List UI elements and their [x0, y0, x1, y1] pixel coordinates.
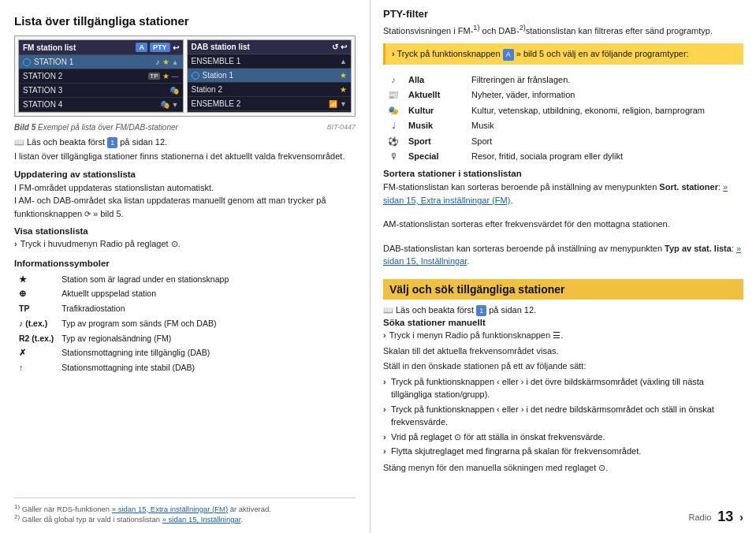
sym-unstable: ↑: [16, 361, 57, 375]
arrow-bullet-search: ›: [383, 330, 386, 341]
dab-ensemble-arrow-down: ▼: [340, 100, 347, 108]
stations-intro: Ställ in den önskade stationen på ett av…: [383, 360, 743, 373]
update-func-icon: ⟳: [84, 210, 93, 218]
sym-tp: TP: [16, 302, 57, 315]
pt-row-kultur: 🎭 Kultur Kultur, vetenskap, utbildning, …: [383, 103, 743, 118]
pt-icon-alla: ♪: [383, 73, 404, 88]
sortera-text-2: AM-stationslistan sorteras efter frekven…: [383, 218, 743, 231]
fm-panel-header: FM station list A PTY ↩: [19, 40, 183, 55]
pt-desc-aktuellt: Nyheter, väder, information: [467, 88, 743, 102]
fm-station-row-4[interactable]: STATION 4 🎭 ▼: [19, 98, 183, 112]
fm-panel: FM station list A PTY ↩ STATION 1 ♪ ★ ▲: [18, 39, 184, 113]
caption: Bild 5 Exempel på lista över FM/DAB-stat…: [14, 123, 356, 132]
dab-star-2: ★: [340, 85, 347, 94]
pt-desc-musik: Musik: [467, 118, 743, 133]
dab-panel-header: DAB station list ↺ ↩: [188, 40, 352, 54]
book-icon: 📖: [14, 137, 24, 148]
fm-panel-title: FM station list: [23, 43, 76, 52]
sortera-text-3: DAB-stationslistan kan sorteras beroende…: [383, 242, 743, 268]
dab-header-icons: ↺ ↩: [332, 43, 347, 51]
sym-row-unstable: ↑ Stationsmottagning inte stabil (DAB): [16, 361, 354, 375]
right-arrow-icon: ›: [739, 511, 743, 524]
pt-icon-aktuellt: 📰: [383, 88, 404, 102]
programtype-table: ♪ Alla Filtreringen är frånslagen. 📰 Akt…: [383, 73, 743, 164]
symbol-table: ★ Station som är lagrad under en station…: [14, 271, 356, 376]
page-number-row: Radio 13 ›: [383, 504, 743, 525]
search-section: Söka stationer manuellt › Tryck i menyn …: [383, 318, 743, 474]
info-title: Informationssymboler: [14, 259, 356, 268]
fm-btn-pty[interactable]: PTY: [150, 43, 170, 52]
search-bullet: › Tryck i menyn Radio på funktionsknappe…: [383, 330, 743, 341]
pt-desc-alla: Filtreringen är frånslagen.: [467, 73, 743, 88]
fm-tp-badge-2: TP: [148, 73, 159, 80]
caption-text: Exempel på lista över FM/DAB-stationer: [35, 123, 178, 132]
footnote-2: 2) Gäller då global typ är vald i statio…: [14, 513, 356, 524]
fm-theater-icon-3: 🎭: [169, 86, 179, 95]
dab-ensemble-name-2: ENSEMBLE 2: [192, 99, 241, 108]
sym-cross: ✗: [16, 346, 57, 360]
dab-signal-icon: 📶: [329, 100, 337, 108]
fm-station-row-1[interactable]: STATION 1 ♪ ★ ▲: [19, 55, 183, 69]
pt-label-special: Special: [404, 149, 467, 164]
sortera-title: Sortera stationer i stationslistan: [383, 169, 743, 178]
highlight-arrow: ›: [392, 49, 395, 58]
sym-row-star: ★ Station som är lagrad under en station…: [16, 273, 354, 286]
footnote-1: 1) Gäller när RDS-funktionen » sidan 15,…: [14, 503, 356, 513]
pty-section: PTY-filter Stationsvisningen i FM-1) och…: [383, 8, 743, 37]
pt-row-musik: ♩ Musik Musik: [383, 118, 743, 133]
sym-star-desc: Station som är lagrad under en stationsk…: [58, 273, 354, 286]
search-bullet-4: Flytta skjutreglaget med fingrarna på sk…: [383, 445, 743, 458]
sym-cross-desc: Stationsmottagning inte tillgänglig (DAB…: [58, 346, 354, 360]
fm-btn-a[interactable]: A: [136, 43, 147, 52]
dab-station-name-1: Station 1: [203, 71, 233, 80]
fm-arrow-down-4: ▼: [172, 101, 179, 109]
station-ui-box: FM station list A PTY ↩ STATION 1 ♪ ★ ▲: [14, 35, 356, 117]
sym-unstable-desc: Stationsmottagning inte stabil (DAB): [58, 361, 354, 375]
sym-row-cross: ✗ Stationsmottagning inte tillgänglig (D…: [16, 346, 354, 360]
show-bullet: › Tryck i huvudmenyn Radio på reglaget ⊙…: [14, 238, 356, 250]
fm-station-name-2: STATION 2: [23, 72, 62, 80]
footnote-text-1: Gäller när RDS-funktionen » sidan 15, Ex…: [22, 505, 271, 513]
left-column: Lista över tillgängliga stationer FM sta…: [0, 0, 371, 533]
dab-station-row-1[interactable]: Station 1 ★: [188, 69, 352, 83]
intro-text: I listan över tillgängliga stationer fin…: [14, 150, 356, 163]
fm-station-row-3[interactable]: STATION 3 🎭: [19, 84, 183, 98]
dab-station-row-2[interactable]: Station 2 ★: [188, 83, 352, 97]
sym-row-circle: ⊕ Aktuellt uppspelad station: [16, 287, 354, 300]
pt-icon-kultur: 🎭: [383, 103, 404, 118]
update-text2: I AM- och DAB-området ska listan uppdate…: [14, 194, 356, 220]
scale-text: Skalan till det aktuella frekvensområdet…: [383, 345, 743, 358]
footnote-link-1[interactable]: » sidan 15, Extra inställningar (FM): [112, 505, 228, 513]
dab-panel-title: DAB station list: [192, 43, 250, 51]
fm-arrow-icon: ↩: [173, 43, 179, 52]
sym-tp-desc: Trafikradiostation: [58, 302, 354, 315]
info-section: Informationssymboler ★ Station som är la…: [14, 259, 356, 379]
close-text: Stäng menyn för den manuella sökningen m…: [383, 461, 743, 475]
dab-ensemble-name-1: ENSEMBLE 1: [192, 57, 241, 65]
dab-ensemble-row-1[interactable]: ENSEMBLE 1 ▲: [188, 54, 352, 69]
caption-bold: Bild 5: [14, 123, 35, 132]
search-bullet-1: Tryck på funktionsknappen ‹ eller › i de…: [383, 375, 743, 401]
pt-row-sport: ⚽ Sport Sport: [383, 134, 743, 149]
fm-station-name-1: STATION 1: [34, 58, 73, 66]
divider-title: Välj och sök tillgängliga stationer: [383, 279, 743, 300]
search-bullet-2: Tryck på funktionsknappen ‹ eller › i de…: [383, 403, 743, 429]
read-first-note: 📖 Läs och beakta först 1 på sidan 12.: [14, 136, 356, 148]
footnote-link-2[interactable]: » sidan 15, Inställningar: [162, 515, 241, 524]
read-first-note-2: 📖 Läs och beakta först 1 på sidan 12.: [383, 304, 743, 316]
fm-star-1: ★: [162, 58, 169, 66]
update-text1: I FM-området uppdateras stationslistan a…: [14, 181, 356, 195]
sym-circle: ⊕: [16, 287, 57, 300]
fm-music-icon-1: ♪: [156, 58, 160, 66]
image-id: BIT-0447: [327, 123, 356, 131]
pt-icon-musik: ♩: [383, 118, 404, 133]
sym-star: ★: [16, 273, 57, 286]
fm-header-icons: A PTY ↩: [136, 43, 178, 52]
pty-intro-text: Stationsvisningen i FM-1) och DAB-2)stat…: [383, 23, 743, 37]
read-first-ref-btn-2: 1: [476, 305, 486, 317]
sym-row-r2: R2 (t.ex.) Typ av regionalsändning (FM): [16, 332, 354, 345]
fm-station-row-2[interactable]: STATION 2 TP ★ —: [19, 69, 183, 84]
dab-ensemble-row-2[interactable]: ENSEMBLE 2 📶 ▼: [188, 97, 352, 111]
sym-music-desc: Typ av program som sänds (FM och DAB): [58, 317, 354, 330]
update-title: Uppdatering av stationslista: [14, 170, 356, 179]
